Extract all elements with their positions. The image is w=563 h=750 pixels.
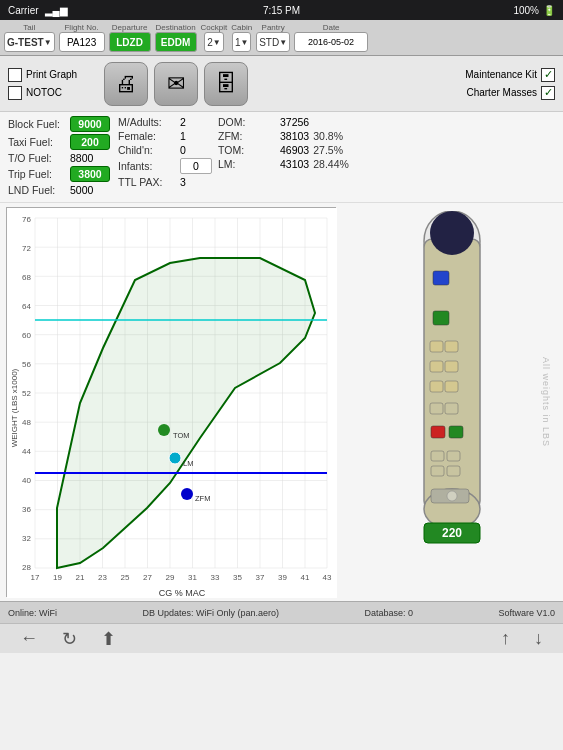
dom-item: DOM: 37256	[218, 116, 555, 128]
prev-button[interactable]: ↑	[493, 628, 518, 649]
svg-text:19: 19	[53, 573, 62, 582]
svg-text:23: 23	[98, 573, 107, 582]
mail-button[interactable]: ✉	[154, 62, 198, 106]
svg-rect-60	[430, 361, 443, 372]
block-fuel-label: Block Fuel:	[8, 118, 70, 130]
taxi-fuel-label: Taxi Fuel:	[8, 136, 70, 148]
fuel-col: Block Fuel: 9000 Taxi Fuel: 200 T/O Fuel…	[8, 116, 118, 198]
flight-label: Flight No.	[64, 23, 98, 32]
pantry-group: Pantry STD ▼	[256, 23, 290, 52]
svg-text:72: 72	[22, 244, 31, 253]
tom-value: 46903	[280, 144, 309, 156]
ttl-pax-label: TTL PAX:	[118, 176, 180, 188]
zfm-value: 38103	[280, 130, 309, 142]
lm-value: 43103	[280, 158, 309, 170]
lm-item: LM: 43103 28.44%	[218, 158, 555, 170]
pantry-select[interactable]: STD ▼	[256, 32, 290, 52]
svg-text:56: 56	[22, 360, 31, 369]
svg-text:31: 31	[188, 573, 197, 582]
flight-input[interactable]	[59, 32, 105, 52]
lm-label: LM:	[218, 158, 280, 170]
zfm-item: ZFM: 38103 30.8%	[218, 130, 555, 142]
zfm-label: ZFM:	[218, 130, 280, 142]
children-label: Child'n:	[118, 144, 180, 156]
svg-text:35: 35	[233, 573, 242, 582]
date-input[interactable]	[294, 32, 368, 52]
taxi-fuel-item: Taxi Fuel: 200	[8, 134, 118, 150]
svg-text:60: 60	[22, 331, 31, 340]
db-button[interactable]: 🗄	[204, 62, 248, 106]
seat-green-1	[433, 311, 449, 325]
destination-label: Destination	[156, 23, 196, 32]
print-graph-row[interactable]: Print Graph	[8, 68, 98, 82]
trip-fuel-label: Trip Fuel:	[8, 168, 70, 180]
destination-group: Destination EDDM	[155, 23, 197, 52]
dom-value: 37256	[280, 116, 309, 128]
seat-green-2	[449, 426, 463, 438]
cabin-label: Cabin	[231, 23, 252, 32]
maintenance-kit-row[interactable]: Maintenance Kit ✓	[465, 68, 555, 82]
print-icon: 🖨	[115, 71, 137, 97]
print-button[interactable]: 🖨	[104, 62, 148, 106]
cabin-group: Cabin 1 ▼	[231, 23, 252, 52]
tail-select-wrap[interactable]: G-TEST ▼	[4, 32, 55, 52]
software-label: Software V1.0	[498, 608, 555, 618]
zfm-pct: 30.8%	[313, 130, 343, 142]
svg-text:28: 28	[22, 563, 31, 572]
lm-label: LM	[183, 459, 193, 468]
children-item: Child'n: 0	[118, 144, 218, 156]
carrier-label: Carrier	[8, 5, 39, 16]
infants-item: Infants:	[118, 158, 218, 174]
lm-point	[169, 452, 181, 464]
chart-area: WEIGHT (LBS x1000)	[0, 203, 340, 601]
svg-text:48: 48	[22, 418, 31, 427]
x-axis-label: CG % MAC	[159, 588, 206, 598]
svg-text:17: 17	[31, 573, 40, 582]
zfm-point	[181, 488, 193, 500]
tom-pct: 27.5%	[313, 144, 343, 156]
lnd-fuel-value: 5000	[70, 184, 93, 196]
share-button[interactable]: ⬆	[93, 628, 124, 650]
date-label: Date	[323, 23, 340, 32]
notoc-row[interactable]: NOTOC	[8, 86, 98, 100]
tom-point	[158, 424, 170, 436]
departure-value[interactable]: LDZD	[109, 32, 151, 52]
zfm-label: ZFM	[195, 494, 210, 503]
db-updates-label: DB Updates: WiFi Only (pan.aero)	[142, 608, 279, 618]
infants-label: Infants:	[118, 160, 180, 172]
svg-text:29: 29	[166, 573, 175, 582]
notoc-checkbox[interactable]	[8, 86, 22, 100]
taxi-fuel-value[interactable]: 200	[70, 134, 110, 150]
maintenance-kit-checkbox[interactable]: ✓	[541, 68, 555, 82]
notoc-label: NOTOC	[26, 87, 62, 98]
main-content: WEIGHT (LBS x1000)	[0, 203, 563, 601]
lm-pct: 28.44%	[313, 158, 349, 170]
to-fuel-label: T/O Fuel:	[8, 152, 70, 164]
female-value: 1	[180, 130, 186, 142]
destination-value[interactable]: EDDM	[155, 32, 197, 52]
svg-rect-67	[447, 451, 460, 461]
infants-input[interactable]	[180, 158, 212, 174]
refresh-button[interactable]: ↻	[54, 628, 85, 650]
m-adults-label: M/Adults:	[118, 116, 180, 128]
block-fuel-value[interactable]: 9000	[70, 116, 110, 132]
time-display: 7:15 PM	[263, 5, 300, 16]
trip-fuel-item: Trip Fuel: 3800	[8, 166, 118, 182]
database-label: Database: 0	[364, 608, 413, 618]
charter-masses-row[interactable]: Charter Masses ✓	[465, 86, 555, 100]
trip-fuel-value[interactable]: 3800	[70, 166, 110, 182]
svg-text:43: 43	[323, 573, 332, 582]
y-axis-label: WEIGHT (LBS x1000)	[10, 368, 19, 447]
back-button[interactable]: ←	[12, 628, 46, 650]
next-button[interactable]: ↓	[526, 628, 551, 649]
cabin-select[interactable]: 1 ▼	[232, 32, 251, 52]
weight-display-text: 220	[441, 526, 461, 540]
cockpit-select[interactable]: 2 ▼	[204, 32, 223, 52]
charter-masses-checkbox[interactable]: ✓	[541, 86, 555, 100]
pantry-value: STD	[259, 37, 279, 48]
svg-text:21: 21	[76, 573, 85, 582]
svg-text:37: 37	[256, 573, 265, 582]
envelope-polygon	[57, 258, 315, 568]
lnd-fuel-label: LND Fuel:	[8, 184, 70, 196]
print-graph-checkbox[interactable]	[8, 68, 22, 82]
